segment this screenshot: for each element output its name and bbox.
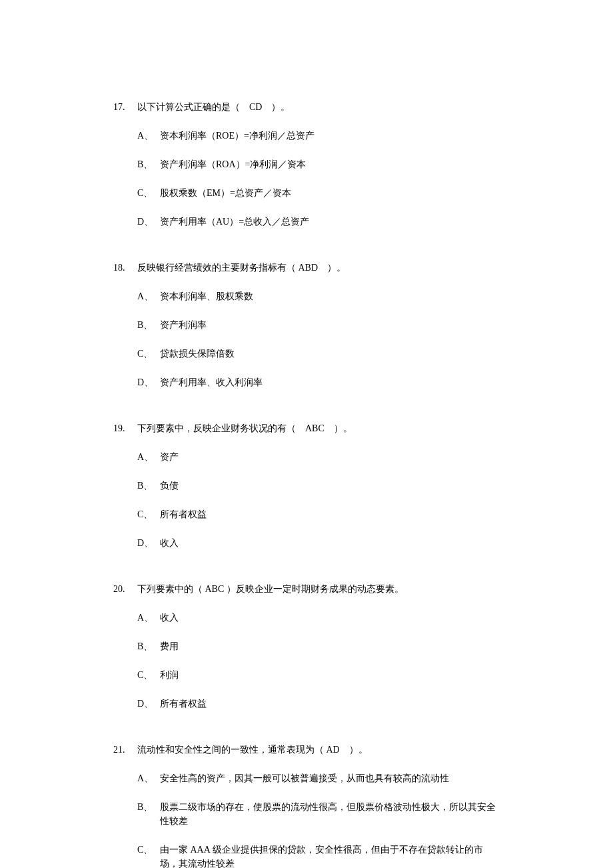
option-b: B、 资产利润率（ROA）=净利润／资本 xyxy=(137,157,500,171)
option-label: D、 xyxy=(137,375,160,389)
question-stem: 17. 以下计算公式正确的是（ CD ）。 xyxy=(113,100,500,114)
option-label: C、 xyxy=(137,843,160,868)
option-text: 资产 xyxy=(160,450,500,464)
question-text: 反映银行经营绩效的主要财务指标有（ ABD ）。 xyxy=(137,261,500,275)
option-c: C、 股权乘数（EM）=总资产／资本 xyxy=(137,186,500,200)
question-stem: 18. 反映银行经营绩效的主要财务指标有（ ABD ）。 xyxy=(113,261,500,275)
option-label: A、 xyxy=(137,129,160,143)
option-a: A、 安全性高的资产，因其一般可以被普遍接受，从而也具有较高的流动性 xyxy=(137,771,500,785)
option-label: D、 xyxy=(137,697,160,711)
option-label: C、 xyxy=(137,507,160,521)
question-stem: 21. 流动性和安全性之间的一致性，通常表现为（ AD ）。 xyxy=(113,743,500,757)
question-stem: 19. 下列要素中，反映企业财务状况的有（ ABC ）。 xyxy=(113,421,500,435)
option-text: 所有者权益 xyxy=(160,507,500,521)
question-text: 下列要素中，反映企业财务状况的有（ ABC ）。 xyxy=(137,421,500,435)
option-label: B、 xyxy=(137,318,160,332)
option-c: C、 由一家 AAA 级企业提供担保的贷款，安全性很高，但由于不存在贷款转让的市… xyxy=(137,843,500,868)
option-label: A、 xyxy=(137,450,160,464)
option-label: B、 xyxy=(137,157,160,171)
option-a: A、 收入 xyxy=(137,611,500,625)
option-text: 安全性高的资产，因其一般可以被普遍接受，从而也具有较高的流动性 xyxy=(160,771,500,785)
question-text: 以下计算公式正确的是（ CD ）。 xyxy=(137,100,500,114)
option-text: 资产利用率（AU）=总收入／总资产 xyxy=(160,215,500,229)
question-21: 21. 流动性和安全性之间的一致性，通常表现为（ AD ）。 A、 安全性高的资… xyxy=(113,743,500,868)
option-text: 费用 xyxy=(160,639,500,653)
option-text: 所有者权益 xyxy=(160,697,500,711)
question-18: 18. 反映银行经营绩效的主要财务指标有（ ABD ）。 A、 资本利润率、股权… xyxy=(113,261,500,389)
option-label: B、 xyxy=(137,479,160,493)
option-b: B、 负债 xyxy=(137,479,500,493)
option-text: 资本利润率（ROE）=净利润／总资产 xyxy=(160,129,500,143)
option-label: C、 xyxy=(137,347,160,361)
option-text: 资产利用率、收入利润率 xyxy=(160,375,500,389)
option-d: D、 资产利用率、收入利润率 xyxy=(137,375,500,389)
option-b: B、 股票二级市场的存在，使股票的流动性很高，但股票价格波动性极大，所以其安全性… xyxy=(137,800,500,828)
option-text: 负债 xyxy=(160,479,500,493)
option-label: A、 xyxy=(137,771,160,785)
option-label: C、 xyxy=(137,668,160,682)
option-a: A、 资产 xyxy=(137,450,500,464)
option-d: D、 资产利用率（AU）=总收入／总资产 xyxy=(137,215,500,229)
option-text: 资产利润率 xyxy=(160,318,500,332)
question-number: 20. xyxy=(113,582,137,596)
option-d: D、 收入 xyxy=(137,536,500,550)
option-text: 利润 xyxy=(160,668,500,682)
option-text: 资本利润率、股权乘数 xyxy=(160,289,500,303)
question-19: 19. 下列要素中，反映企业财务状况的有（ ABC ）。 A、 资产 B、 负债… xyxy=(113,421,500,550)
option-a: A、 资本利润率、股权乘数 xyxy=(137,289,500,303)
option-b: B、 费用 xyxy=(137,639,500,653)
option-text: 贷款损失保障倍数 xyxy=(160,347,500,361)
question-number: 18. xyxy=(113,261,137,275)
option-label: C、 xyxy=(137,186,160,200)
question-number: 19. xyxy=(113,421,137,435)
option-b: B、 资产利润率 xyxy=(137,318,500,332)
question-number: 17. xyxy=(113,100,137,114)
option-label: D、 xyxy=(137,536,160,550)
option-text: 股权乘数（EM）=总资产／资本 xyxy=(160,186,500,200)
option-label: B、 xyxy=(137,639,160,653)
option-text: 资产利润率（ROA）=净利润／资本 xyxy=(160,157,500,171)
option-label: D、 xyxy=(137,215,160,229)
question-20: 20. 下列要素中的（ ABC ）反映企业一定时期财务成果的动态要素。 A、 收… xyxy=(113,582,500,711)
option-a: A、 资本利润率（ROE）=净利润／总资产 xyxy=(137,129,500,143)
option-c: C、 所有者权益 xyxy=(137,507,500,521)
option-label: A、 xyxy=(137,289,160,303)
option-c: C、 利润 xyxy=(137,668,500,682)
question-stem: 20. 下列要素中的（ ABC ）反映企业一定时期财务成果的动态要素。 xyxy=(113,582,500,596)
option-text: 收入 xyxy=(160,611,500,625)
question-17: 17. 以下计算公式正确的是（ CD ）。 A、 资本利润率（ROE）=净利润／… xyxy=(113,100,500,229)
question-text: 下列要素中的（ ABC ）反映企业一定时期财务成果的动态要素。 xyxy=(137,582,500,596)
option-text: 由一家 AAA 级企业提供担保的贷款，安全性很高，但由于不存在贷款转让的市场，其… xyxy=(160,843,500,868)
option-label: A、 xyxy=(137,611,160,625)
option-label: B、 xyxy=(137,800,160,828)
question-number: 21. xyxy=(113,743,137,757)
option-c: C、 贷款损失保障倍数 xyxy=(137,347,500,361)
question-text: 流动性和安全性之间的一致性，通常表现为（ AD ）。 xyxy=(137,743,500,757)
option-text: 收入 xyxy=(160,536,500,550)
option-text: 股票二级市场的存在，使股票的流动性很高，但股票价格波动性极大，所以其安全性较差 xyxy=(160,800,500,828)
option-d: D、 所有者权益 xyxy=(137,697,500,711)
